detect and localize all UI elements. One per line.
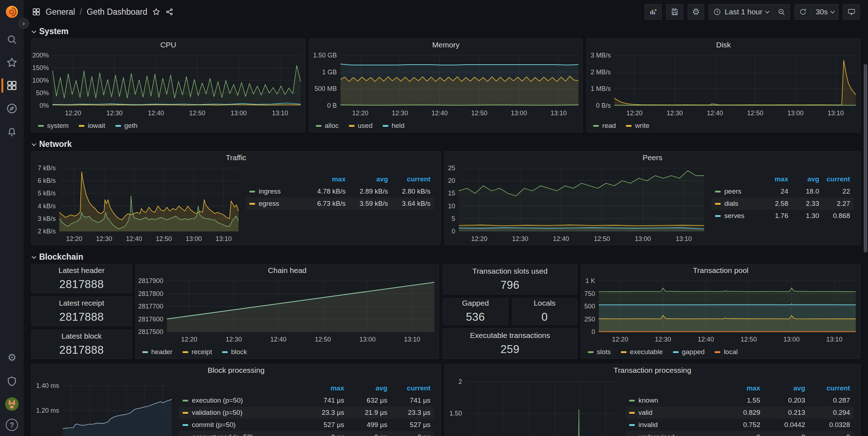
time-range-picker[interactable]: Last 1 hour	[709, 4, 773, 19]
legend-item[interactable]: system	[38, 122, 69, 130]
stat-max: 0.752	[715, 421, 760, 429]
transaction-processing-chart[interactable]: 12:2012:3012:4012:5013:0013:1021.50	[445, 376, 623, 436]
row-header-network[interactable]: Network	[29, 139, 862, 149]
zoom-out-time-button[interactable]	[773, 4, 790, 19]
panel-title[interactable]: Disk	[587, 39, 860, 51]
row-header-blockchain[interactable]: Blockchain	[29, 251, 862, 262]
series-toggle[interactable]: commit (p=50)	[183, 421, 301, 429]
series-toggle[interactable]: serves	[715, 212, 757, 220]
page-scrollbar-thumb[interactable]	[864, 64, 867, 252]
help-icon[interactable]: ?	[6, 419, 18, 431]
legend-item[interactable]: iowait	[79, 122, 105, 130]
stat-title[interactable]: Transaction slots used	[472, 267, 548, 275]
legend-item[interactable]: write	[626, 122, 649, 130]
row-header-system[interactable]: System	[29, 26, 862, 37]
column-header[interactable]: max	[303, 175, 346, 183]
legend-item[interactable]: local	[715, 348, 738, 356]
peers-chart[interactable]: 12:2012:3012:4012:5013:0013:100510152025	[445, 164, 708, 245]
column-header[interactable]: current	[388, 175, 430, 183]
column-header[interactable]: max	[715, 384, 760, 392]
transaction-pool-chart[interactable]: 12:2012:3012:4012:5013:0013:100250500750…	[581, 277, 860, 345]
sidebar-item-configuration[interactable]: ⚙	[5, 350, 19, 366]
panel-title[interactable]: CPU	[32, 39, 305, 51]
cycle-view-mode-button[interactable]	[843, 4, 860, 20]
disk-chart[interactable]: 12:2012:3012:4012:5013:0013:100 B/s1 MB/…	[587, 51, 860, 119]
breadcrumb-folder[interactable]: General	[46, 7, 75, 17]
column-header[interactable]: max	[757, 175, 788, 183]
legend-item[interactable]: used	[349, 122, 373, 130]
block-processing-chart[interactable]: 12:2012:3012:4012:5013:0013:101.20 ms1.4…	[32, 376, 176, 436]
panel-title[interactable]: Traffic	[32, 152, 440, 164]
series-label: receipt	[191, 348, 212, 356]
legend-item[interactable]: alloc	[316, 122, 339, 130]
sidebar-item-server-admin[interactable]	[5, 374, 19, 389]
stat-avg: 21.9 µs	[344, 409, 387, 417]
column-header[interactable]: current	[387, 384, 430, 392]
column-header[interactable]: current	[805, 384, 850, 392]
add-panel-button[interactable]	[645, 4, 662, 20]
sidebar-expand-button[interactable]: ›	[18, 18, 29, 29]
cpu-chart[interactable]: 12:2012:3012:4012:5013:0013:100%50%100%1…	[32, 51, 305, 119]
legend-item[interactable]: read	[593, 122, 616, 130]
panel-title[interactable]: Memory	[309, 39, 583, 51]
chain-head-chart[interactable]: 12:2012:3012:4012:5013:0013:102817500281…	[136, 277, 439, 345]
share-dashboard-button[interactable]	[165, 8, 174, 16]
series-toggle[interactable]: dials	[715, 200, 757, 208]
series-toggle[interactable]: execution (p=50)	[183, 396, 301, 404]
sidebar-item-alerting[interactable]	[0, 124, 24, 139]
stat-title[interactable]: Latest receipt	[59, 299, 104, 307]
star-dashboard-button[interactable]	[152, 8, 161, 16]
series-toggle[interactable]: ingress	[249, 187, 303, 195]
legend-item[interactable]: geth	[115, 122, 138, 130]
series-toggle[interactable]: account read (p=50)	[183, 433, 301, 436]
panel-title[interactable]: Chain head	[136, 264, 439, 277]
series-toggle[interactable]: validation (p=50)	[183, 409, 301, 417]
sidebar-item-starred[interactable]	[0, 55, 24, 70]
column-header[interactable]: current	[819, 175, 850, 183]
refresh-dashboard-button[interactable]	[795, 4, 811, 19]
user-avatar[interactable]	[5, 397, 19, 411]
panel-title[interactable]: Block processing	[32, 364, 440, 376]
dashboard-settings-button[interactable]: ⚙	[688, 4, 704, 20]
column-header[interactable]: avg	[344, 384, 387, 392]
legend-item[interactable]: gapped	[673, 348, 705, 356]
stat-title[interactable]: Executable transactions	[470, 331, 550, 340]
panel-title[interactable]: Transaction processing	[445, 364, 860, 376]
stat-title[interactable]: Latest block	[61, 332, 102, 340]
legend-item[interactable]: block	[222, 348, 247, 356]
stat-title[interactable]: Latest header	[59, 266, 105, 275]
series-label: system	[47, 122, 69, 130]
sidebar-item-search[interactable]	[0, 32, 24, 47]
refresh-interval-picker[interactable]: 30s	[812, 4, 838, 19]
panel-title[interactable]: Transaction pool	[581, 264, 860, 277]
legend-item[interactable]: executable	[621, 348, 663, 356]
column-header[interactable]: avg	[346, 175, 388, 183]
column-header[interactable]: avg	[788, 175, 819, 183]
series-toggle[interactable]: peers	[715, 187, 757, 195]
series-toggle[interactable]: invalid	[629, 421, 715, 429]
legend-item[interactable]: slots	[588, 348, 611, 356]
legend-item[interactable]: receipt	[183, 348, 212, 356]
series-toggle[interactable]: egress	[249, 200, 303, 208]
panel-title[interactable]: Peers	[445, 152, 860, 164]
sidebar-item-explore[interactable]	[0, 101, 24, 116]
column-header[interactable]: avg	[760, 384, 805, 392]
series-toggle[interactable]: underpriced	[629, 433, 715, 436]
legend-item[interactable]: held	[383, 122, 405, 130]
save-dashboard-button[interactable]	[666, 4, 683, 20]
svg-text:10: 10	[448, 203, 455, 210]
breadcrumb-dashboard-title[interactable]: Geth Dashboard	[87, 7, 147, 17]
svg-text:13:10: 13:10	[550, 110, 567, 117]
column-header[interactable]: max	[301, 384, 344, 392]
cpu-legend: system iowait geth	[32, 119, 305, 132]
traffic-chart[interactable]: 12:2012:3012:4012:5013:0013:102 kB/s3 kB…	[32, 164, 243, 245]
stat-title[interactable]: Locals	[534, 299, 555, 307]
sidebar-item-dashboards[interactable]	[0, 78, 24, 93]
memory-chart[interactable]: 12:2012:3012:4012:5013:0013:100 B500 MB1…	[309, 51, 583, 119]
clock-icon	[713, 8, 721, 16]
series-toggle[interactable]: known	[629, 396, 715, 404]
series-toggle[interactable]: valid	[629, 409, 715, 417]
stat-title[interactable]: Gapped	[462, 299, 489, 307]
legend-item[interactable]: header	[142, 348, 172, 356]
stat-current: 2.80 kB/s	[388, 187, 430, 195]
